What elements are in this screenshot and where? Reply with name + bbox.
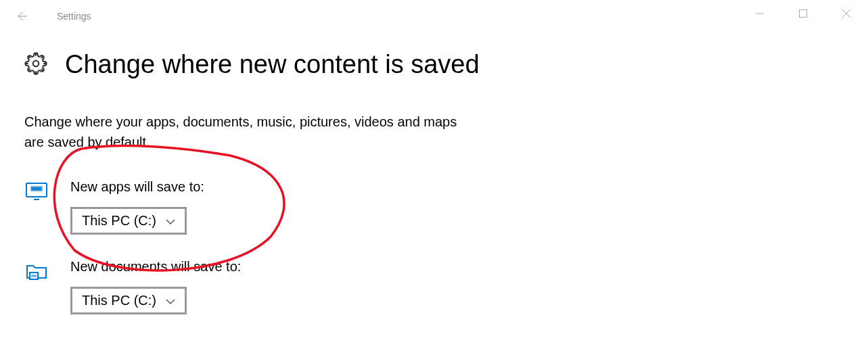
content-area: Change where new content is saved Change… [0, 32, 868, 353]
svg-point-9 [35, 188, 36, 189]
page-header: Change where new content is saved [24, 50, 844, 79]
maximize-icon [799, 9, 807, 18]
page-description: Change where your apps, documents, music… [24, 112, 464, 152]
chevron-down-icon [166, 213, 175, 229]
svg-point-19 [39, 189, 40, 190]
svg-point-10 [37, 188, 37, 189]
svg-point-14 [32, 189, 33, 190]
back-arrow-icon [15, 9, 28, 23]
svg-point-20 [41, 189, 41, 190]
svg-point-13 [41, 188, 41, 189]
svg-point-11 [38, 188, 39, 189]
close-button[interactable] [825, 0, 868, 27]
svg-point-4 [33, 60, 39, 66]
setting-row-documents: New documents will save to: This PC (C:) [24, 259, 844, 314]
app-title: Settings [57, 11, 91, 22]
svg-point-18 [38, 189, 39, 190]
setting-body-apps: New apps will save to: This PC (C:) [70, 179, 204, 235]
minimize-button[interactable] [738, 0, 781, 27]
minimize-icon [756, 9, 764, 18]
monitor-icon [24, 179, 49, 204]
svg-point-8 [34, 188, 35, 189]
apps-label: New apps will save to: [70, 179, 204, 195]
svg-point-7 [32, 188, 33, 189]
svg-point-17 [37, 189, 37, 190]
back-button[interactable] [5, 0, 38, 32]
page-title: Change where new content is saved [65, 50, 480, 79]
close-icon [842, 9, 850, 18]
documents-label: New documents will save to: [70, 259, 241, 275]
chevron-down-icon [166, 293, 175, 308]
svg-rect-1 [800, 10, 807, 18]
title-bar: Settings [0, 0, 868, 32]
documents-dropdown[interactable]: This PC (C:) [70, 287, 187, 314]
setting-body-documents: New documents will save to: This PC (C:) [70, 259, 241, 314]
gear-icon [24, 52, 47, 78]
maximize-button[interactable] [781, 0, 825, 27]
setting-row-apps: New apps will save to: This PC (C:) [24, 179, 844, 235]
window-controls [738, 0, 868, 27]
folder-icon [24, 259, 49, 283]
svg-point-12 [39, 188, 40, 189]
svg-point-15 [34, 189, 35, 190]
svg-point-16 [35, 189, 36, 190]
apps-dropdown-value: This PC (C:) [82, 213, 156, 229]
apps-dropdown[interactable]: This PC (C:) [70, 207, 187, 235]
svg-rect-22 [30, 273, 38, 279]
documents-dropdown-value: This PC (C:) [82, 293, 156, 308]
